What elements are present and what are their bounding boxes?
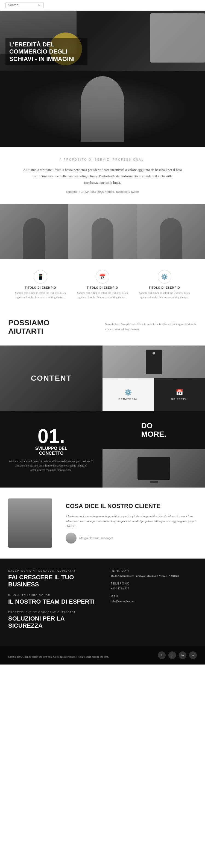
person-silhouette-1 <box>0 204 68 259</box>
footer-heading-1: FAI CRESCERE IL TUO BUSINESS <box>8 574 100 588</box>
sviluppo-right: DOMORE. <box>102 411 205 488</box>
about-contact: contatto: + 1 (234) 567-8900 / email / f… <box>22 190 183 193</box>
footer-subtitle-3: Excepteur sint occaecat cupidatat <box>8 611 100 614</box>
instagram-icon[interactable]: in <box>179 651 186 659</box>
sviluppo-number: 01. <box>37 426 65 446</box>
sviluppo-text: Aiutiamo a tradurre lo scopo in azione a… <box>8 459 94 472</box>
about-subtitle: A PROPOSITO DI SERVIZI PROFESSIONALI <box>22 158 183 161</box>
person-silhouette-3 <box>137 204 205 259</box>
portrait-figure <box>81 76 124 142</box>
goals-label: OBIETTIVI <box>171 398 188 400</box>
footer-bottom-left: Sample text. Click to select the text bo… <box>8 655 109 659</box>
icon-title-3: TITOLO DI ESEMPIO <box>149 286 180 289</box>
phone-title: TELEFONO <box>111 582 197 585</box>
icon-item-2: 📅 TITOLO DI ESEMPIO Sample text. Click t… <box>73 267 132 302</box>
col-image-2 <box>68 204 137 259</box>
about-text: Aiutiamo a sfruttare i frutti a bassa pe… <box>22 166 183 186</box>
footer-subtitle-1: Excepteur sint occaecat cupidatat <box>8 569 100 572</box>
person-silhouette-2 <box>68 204 137 259</box>
icon-text-3: Sample text. Click to select the text bo… <box>138 291 191 300</box>
footer-heading-2: IL NOSTRO TEAM DI ESPERTI <box>8 598 100 605</box>
testimonial-heading: COSA DICE IL NOSTRO CLIENTE <box>66 502 197 510</box>
do-more-image: DOMORE. <box>102 411 205 449</box>
person-body-1 <box>23 218 45 259</box>
possiamo-right: Sample text. Sample text. Click to selec… <box>105 319 197 340</box>
testimonial-avatar-small <box>66 533 77 544</box>
strategy-box[interactable]: ⚙️ STRATEGIA <box>102 378 154 411</box>
icon-text-1: Sample text. Click to select the text bo… <box>14 291 67 300</box>
calendar-icon: 📅 <box>96 270 109 283</box>
sviluppo-title: SVILUPPO DELCONCETTO <box>35 446 67 456</box>
social-icons-row: f t in o <box>158 651 197 659</box>
goals-icon: 📅 <box>176 389 183 396</box>
monitor-image <box>102 449 205 488</box>
content-right-column: ⚙️ STRATEGIA 📅 OBIETTIVI <box>102 345 205 411</box>
strategy-label: STRATEGIA <box>119 398 138 400</box>
search-input[interactable] <box>8 3 38 7</box>
testimonial-right: COSA DICE IL NOSTRO CLIENTE 'I business … <box>66 502 197 544</box>
search-box[interactable] <box>5 2 44 8</box>
person-body-3 <box>160 218 182 259</box>
footer-left-column: Excepteur sint occaecat cupidatat FAI CR… <box>8 569 100 635</box>
possiamo-section: POSSIAMOAIUTARTI Sample text. Sample tex… <box>0 311 205 340</box>
content-laptop-image: CONTENT <box>0 345 102 411</box>
about-section: A PROPOSITO DI SERVIZI PROFESSIONALI Aiu… <box>0 147 205 204</box>
col-image-1 <box>0 204 68 259</box>
address-text: 1600 Amphitheatre Parkway, Mountain View… <box>111 574 197 579</box>
testimonial-quote: 'I business coach sono in genere imprend… <box>66 514 197 529</box>
facebook-icon[interactable]: f <box>158 651 166 659</box>
other-social-icon[interactable]: o <box>189 651 197 659</box>
svg-point-0 <box>38 4 40 6</box>
possiamo-title: POSSIAMOAIUTARTI <box>8 319 100 336</box>
content-tag-image <box>102 345 205 378</box>
testimonial-avatar-image <box>8 498 52 548</box>
gear-icon: ⚙️ <box>158 270 171 283</box>
content-icons-row: ⚙️ STRATEGIA 📅 OBIETTIVI <box>102 378 205 411</box>
possiamo-left: POSSIAMOAIUTARTI <box>8 319 100 340</box>
email-title: MAIL <box>111 595 197 598</box>
footer-subtitle-2: Duis aute irure dolor <box>8 594 100 596</box>
sviluppo-section: 01. SVILUPPO DELCONCETTO Aiutiamo a trad… <box>0 411 205 488</box>
hero-magazine-image <box>150 13 205 63</box>
footer-right-column: INDIRIZZO 1600 Amphitheatre Parkway, Mou… <box>105 569 197 635</box>
portrait-background <box>0 71 205 147</box>
do-more-text: DOMORE. <box>141 422 167 439</box>
footer-top: Excepteur sint occaecat cupidatat FAI CR… <box>0 559 205 646</box>
search-icon <box>38 4 41 7</box>
phone-icon: 📱 <box>34 270 47 283</box>
three-col-images <box>0 204 205 259</box>
testimonial-name: Margo Dawson, manager <box>79 536 113 540</box>
portrait-section <box>0 71 205 147</box>
possiamo-text: Sample text. Sample text. Click to selec… <box>105 321 197 332</box>
twitter-icon[interactable]: t <box>168 651 176 659</box>
footer-bottom: Sample text. Click to select the text bo… <box>0 646 205 664</box>
address-title: INDIRIZZO <box>111 569 197 572</box>
icons-row: 📱 TITOLO DI ESEMPIO Sample text. Click t… <box>0 259 205 311</box>
monitor-shape <box>138 457 170 480</box>
strategy-icon: ⚙️ <box>124 389 132 396</box>
col-image-3 <box>137 204 205 259</box>
icon-text-2: Sample text. Click to select the text bo… <box>76 291 129 300</box>
sviluppo-left: 01. SVILUPPO DELCONCETTO Aiutiamo a trad… <box>0 411 102 488</box>
email-text: info@example.com <box>111 599 197 604</box>
hero-section: L'EREDITÀ DEL COMMERCIO DEGLI SCHIAVI - … <box>0 11 205 71</box>
content-grid: CONTENT ⚙️ STRATEGIA 📅 OBIETTIVI <box>0 345 205 411</box>
header <box>0 0 205 11</box>
tag-shape <box>146 350 162 374</box>
testimonial-section: COSA DICE IL NOSTRO CLIENTE 'I business … <box>0 488 205 559</box>
icon-item-3: ⚙️ TITOLO DI ESEMPIO Sample text. Click … <box>135 267 194 302</box>
icon-title-2: TITOLO DI ESEMPIO <box>87 286 118 289</box>
hero-title: L'EREDITÀ DEL COMMERCIO DEGLI SCHIAVI - … <box>5 38 87 65</box>
footer-sample-text: Sample text. Click to select the text bo… <box>8 655 109 659</box>
person-body-2 <box>92 218 113 259</box>
phone-text: +321 123 4567 <box>111 586 197 591</box>
footer-heading-3: SOLUZIONI PER LA SICUREZZA <box>8 615 100 629</box>
icon-title-1: TITOLO DI ESEMPIO <box>25 286 56 289</box>
content-label: CONTENT <box>31 374 71 383</box>
icon-item-1: 📱 TITOLO DI ESEMPIO Sample text. Click t… <box>11 267 70 302</box>
svg-line-1 <box>40 5 41 6</box>
goals-box[interactable]: 📅 OBIETTIVI <box>154 378 205 411</box>
